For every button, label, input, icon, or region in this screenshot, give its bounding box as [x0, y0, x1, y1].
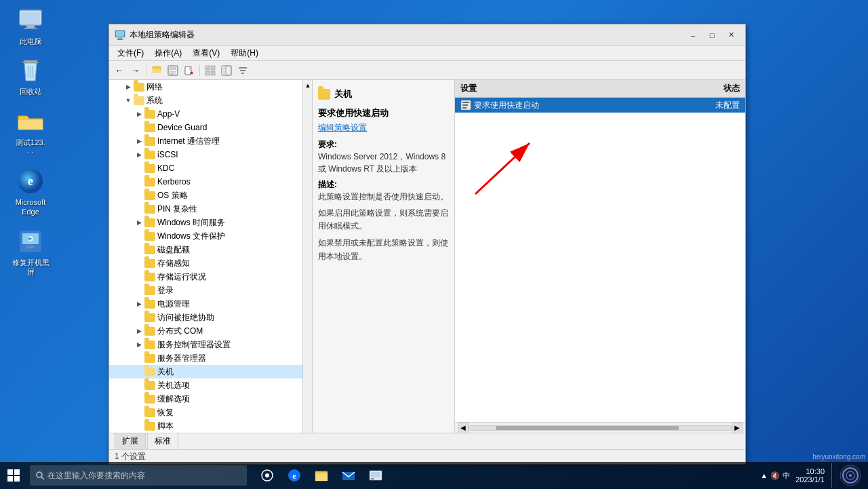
taskbar-gpe[interactable] [363, 463, 388, 488]
folder-icon [144, 395, 155, 404]
tree-item-kdc[interactable]: KDC [109, 161, 312, 175]
brand-logo[interactable] [838, 463, 863, 488]
edge-icon[interactable]: e Microsoft Edge [7, 168, 54, 217]
svg-rect-28 [205, 71, 210, 75]
taskbar-explorer[interactable] [309, 463, 334, 488]
tree-item-diskquota[interactable]: 磁盘配额 [109, 243, 312, 256]
svg-rect-38 [462, 104, 468, 106]
settings-scrollbar: ◀ ▶ [455, 422, 745, 433]
taskbar-edge[interactable]: e [282, 463, 307, 488]
back-button[interactable]: ← [112, 63, 127, 78]
tree-item-distcom[interactable]: ▶ 分布式 COM [109, 324, 312, 338]
folder-icon [144, 232, 155, 241]
tree-item-internet[interactable]: ▶ Internet 通信管理 [109, 134, 312, 148]
brand-watermark: heiyunxitong.com [812, 453, 865, 461]
scroll-right-button[interactable]: ▶ [732, 423, 743, 433]
tab-expand[interactable]: 扩展 [115, 433, 146, 449]
tree-item-script[interactable]: 脚本 [109, 419, 312, 433]
forward-button[interactable]: → [128, 63, 143, 78]
filter-button[interactable] [235, 63, 250, 78]
tab-standard[interactable]: 标准 [147, 433, 178, 450]
svg-rect-49 [315, 473, 328, 481]
export-button[interactable] [182, 63, 197, 78]
tree-item-appv[interactable]: ▶ App-V [109, 107, 312, 121]
folder-icon [144, 246, 155, 254]
tree-item-storagestatus[interactable]: 存储运行状况 [109, 270, 312, 283]
menu-view[interactable]: 查看(V) [187, 46, 225, 60]
clock-date: 2023/1/1 [795, 475, 825, 484]
desc-text: 此策略设置控制是否使用快速启动。 [318, 191, 449, 203]
tree-item-deviceguard[interactable]: Device Guard [109, 121, 312, 134]
menu-file[interactable]: 文件(F) [112, 46, 149, 60]
tree-item-mitigation[interactable]: 缓解选项 [109, 392, 312, 406]
tree-item-svchost[interactable]: 服务器管理器 [109, 351, 312, 365]
tree-item-power[interactable]: ▶ 电源管理 [109, 297, 312, 311]
tree-item-pin[interactable]: PIN 复杂性 [109, 202, 312, 216]
svg-point-45 [265, 473, 269, 477]
search-input[interactable] [47, 471, 241, 480]
svg-rect-2 [26, 25, 35, 28]
menu-bar: 文件(F) 操作(A) 查看(V) 帮助(H) [109, 46, 745, 61]
menu-help[interactable]: 帮助(H) [225, 46, 264, 60]
up-button[interactable] [149, 63, 164, 78]
clock-area[interactable]: 10:30 2023/1/1 [793, 467, 827, 484]
close-button[interactable]: ✕ [722, 28, 740, 42]
svg-rect-31 [222, 66, 226, 75]
maximize-button[interactable]: □ [703, 28, 721, 42]
test-folder-icon[interactable]: 测试123.· · [7, 108, 54, 157]
svg-rect-3 [24, 28, 37, 29]
edit-policy-link[interactable]: 编辑策略设置 [318, 122, 449, 134]
view-button[interactable] [203, 63, 218, 78]
tree-item-shutdown[interactable]: 关机 [109, 365, 312, 378]
this-pc-icon[interactable]: 此电脑 [7, 7, 54, 46]
tree-item-label-deviceguard: Device Guard [157, 123, 207, 132]
folder-icon [144, 354, 155, 363]
scrollbar-thumb [496, 426, 679, 430]
title-bar: 本地组策略编辑器 – □ ✕ [109, 24, 745, 46]
tree-item-wintime[interactable]: ▶ Windows 时间服务 [109, 216, 312, 229]
settings-col-name: 设置 [460, 83, 686, 94]
tree-item-restore[interactable]: 恢复 [109, 406, 312, 419]
tree-item-label: 缓解选项 [157, 393, 190, 405]
policy-header-title: 要求使用快速启动 [318, 107, 449, 119]
start-button[interactable] [0, 462, 27, 489]
scroll-left-button[interactable]: ◀ [458, 423, 469, 433]
tree-item-iscsi[interactable]: ▶ iSCSI [109, 148, 312, 161]
svg-rect-13 [26, 246, 35, 248]
tree-item-svcmgr[interactable]: ▶ 服务控制管理器设置 [109, 338, 312, 351]
taskbar: e ▲ 🔇 中 10:30 2023/1/1 [0, 462, 868, 489]
tray-arrow[interactable]: ▲ [760, 471, 768, 480]
svg-text:e: e [28, 174, 33, 188]
show-hide-button[interactable] [165, 63, 180, 78]
tree-item-login[interactable]: 登录 [109, 283, 312, 297]
taskbar-search[interactable] [30, 465, 247, 486]
taskbar-mail[interactable] [336, 463, 361, 488]
minimize-button[interactable]: – [684, 28, 702, 42]
extra1-text: 如果启用此策略设置，则系统需要启用休眠模式。 [318, 207, 449, 233]
tree-scroll-up[interactable]: ▲ [303, 80, 313, 91]
folder-icon [144, 178, 155, 187]
recovery-icon[interactable]: 修复开机黑屏 [7, 228, 54, 277]
tree-item-shutdownopt[interactable]: 关机选项 [109, 378, 312, 392]
tree-item-network[interactable]: ▶ 网络 [109, 80, 312, 94]
tree-item-label: 网络 [146, 81, 163, 93]
tree-panel[interactable]: ▲ ▶ 网络 ▼ 系统 ▶ [109, 80, 313, 433]
tree-item-storage[interactable]: 存储感知 [109, 256, 312, 270]
folder-icon [144, 381, 155, 390]
tree-item-access[interactable]: 访问被拒绝协助 [109, 311, 312, 324]
horizontal-scrollbar[interactable] [469, 425, 732, 431]
tree-item-kerberos[interactable]: Kerberos [109, 175, 312, 189]
settings-row-0[interactable]: 要求使用快速启动 未配置 [455, 98, 745, 113]
taskbar-task-view[interactable] [255, 463, 279, 488]
recycle-bin-icon[interactable]: 回收站 [7, 57, 54, 96]
tree-item-label: 访问被拒绝协助 [157, 312, 214, 324]
tray-lang[interactable]: 中 [783, 471, 790, 481]
tree-item-system[interactable]: ▼ 系统 [109, 94, 312, 107]
tree-item-winfile[interactable]: Windows 文件保护 [109, 229, 312, 243]
tree-item-ospolicy[interactable]: OS 策略 [109, 189, 312, 202]
tree-item-label: OS 策略 [157, 190, 188, 201]
tray-speaker[interactable]: 🔇 [770, 471, 780, 480]
panel-button[interactable] [219, 63, 234, 78]
menu-action[interactable]: 操作(A) [149, 46, 187, 60]
svg-rect-53 [371, 472, 380, 477]
